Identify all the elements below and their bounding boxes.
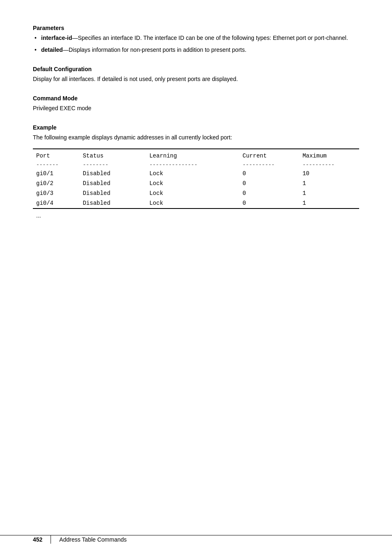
table-ellipsis: ... — [33, 212, 359, 219]
col-header-learning: Learning — [146, 149, 239, 161]
table-cell-r3-c0: gi0/4 — [33, 198, 79, 208]
command-mode-heading: Command Mode — [33, 95, 359, 102]
divider-port: ------- — [33, 161, 79, 169]
page-number: 452 — [33, 536, 42, 543]
example-heading: Example — [33, 124, 359, 131]
table-cell-r2-c0: gi0/3 — [33, 188, 79, 198]
example-section: Example The following example displays d… — [33, 124, 359, 219]
divider-status: -------- — [79, 161, 146, 169]
default-configuration-section: Default Configuration Display for all in… — [33, 66, 359, 83]
table-row: gi0/3DisabledLock01 — [33, 188, 359, 198]
command-mode-body: Privileged EXEC mode — [33, 104, 359, 113]
parameters-heading: Parameters — [33, 25, 359, 31]
example-table: Port Status Learning Current Maximum ---… — [33, 149, 359, 208]
footer-title: Address Table Commands — [59, 536, 127, 543]
table-cell-r3-c2: Lock — [146, 198, 239, 208]
divider-maximum: ---------- — [299, 161, 359, 169]
divider-learning: --------------- — [146, 161, 239, 169]
col-header-status: Status — [79, 149, 146, 161]
parameters-list: interface-id—Specifies an interface ID. … — [33, 34, 359, 54]
table-cell-r2-c3: 0 — [239, 188, 299, 198]
table-header-row: Port Status Learning Current Maximum — [33, 149, 359, 161]
command-mode-section: Command Mode Privileged EXEC mode — [33, 95, 359, 113]
table-cell-r2-c4: 1 — [299, 188, 359, 198]
table-cell-r0-c3: 0 — [239, 169, 299, 178]
table-cell-r0-c2: Lock — [146, 169, 239, 178]
table-cell-r2-c1: Disabled — [79, 188, 146, 198]
col-header-port: Port — [33, 149, 79, 161]
table-divider-row: ------- -------- --------------- -------… — [33, 161, 359, 169]
default-configuration-body: Display for all interfaces. If detailed … — [33, 75, 359, 83]
table-cell-r2-c2: Lock — [146, 188, 239, 198]
col-header-current: Current — [239, 149, 299, 161]
table-cell-r1-c4: 1 — [299, 178, 359, 188]
table-cell-r0-c1: Disabled — [79, 169, 146, 178]
table-cell-r3-c1: Disabled — [79, 198, 146, 208]
table-cell-r0-c0: gi0/1 — [33, 169, 79, 178]
table-row: gi0/2DisabledLock01 — [33, 178, 359, 188]
table-cell-r1-c3: 0 — [239, 178, 299, 188]
table-cell-r1-c1: Disabled — [79, 178, 146, 188]
table-cell-r1-c2: Lock — [146, 178, 239, 188]
page-container: Parameters interface-id—Specifies an int… — [0, 0, 392, 255]
page-footer: 452 Address Table Commands — [0, 535, 392, 544]
example-intro: The following example displays dynamic a… — [33, 133, 359, 142]
table-cell-r3-c4: 1 — [299, 198, 359, 208]
example-table-wrapper: Port Status Learning Current Maximum ---… — [33, 148, 359, 209]
table-cell-r1-c0: gi0/2 — [33, 178, 79, 188]
col-header-maximum: Maximum — [299, 149, 359, 161]
footer-separator — [51, 535, 51, 544]
param-desc-interface-id: —Specifies an interface ID. The interfac… — [72, 35, 348, 41]
table-cell-r0-c4: 10 — [299, 169, 359, 178]
param-name-interface-id: interface-id — [41, 35, 72, 41]
table-cell-r3-c3: 0 — [239, 198, 299, 208]
divider-current: ---------- — [239, 161, 299, 169]
table-row: gi0/1DisabledLock010 — [33, 169, 359, 178]
parameters-section: Parameters interface-id—Specifies an int… — [33, 25, 359, 54]
parameter-item-interface-id: interface-id—Specifies an interface ID. … — [33, 34, 359, 42]
param-desc-detailed: —Displays information for non-present po… — [63, 46, 247, 53]
parameter-item-detailed: detailed—Displays information for non-pr… — [33, 46, 359, 54]
param-name-detailed: detailed — [41, 46, 63, 53]
default-configuration-heading: Default Configuration — [33, 66, 359, 72]
table-row: gi0/4DisabledLock01 — [33, 198, 359, 208]
